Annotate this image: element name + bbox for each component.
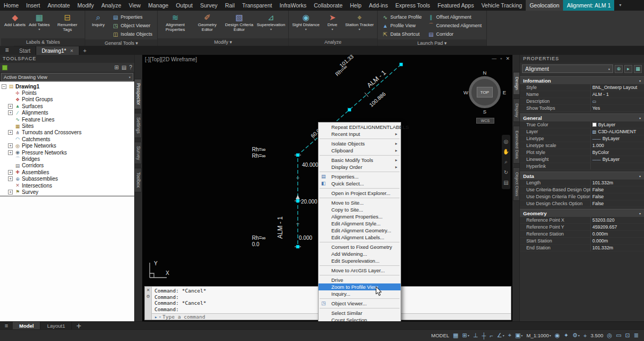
ribbon-button-add-labels[interactable]: ◆Add Labels [3, 12, 27, 38]
statusbar-item-infer-constraints-icon[interactable]: ⊥ [473, 332, 478, 339]
tree-item-subassemblies[interactable]: +⊕Subassemblies [8, 175, 134, 182]
select-objects-icon[interactable]: ▸ [624, 65, 632, 73]
property-value[interactable]: ALM - 1 [590, 91, 644, 98]
menu-tab-insert[interactable]: Insert [22, 0, 44, 11]
tree-item-assemblies[interactable]: +✚Assemblies [8, 169, 134, 175]
ribbon-button-profile-view[interactable]: ▲Profile View [380, 21, 424, 30]
showmotion-icon[interactable]: ▤ [503, 180, 508, 185]
tree-item-survey[interactable]: +⚑Survey [8, 189, 134, 195]
property-value[interactable]: False [590, 186, 644, 193]
menu-tab-add-ins[interactable]: Add-ins [365, 0, 392, 11]
property-value[interactable]: ByLayer [590, 121, 644, 128]
close-command-icon[interactable]: ✕ [146, 288, 150, 293]
ribbon-button-design-criteria-editor[interactable]: ▧Design Criteria Editor [223, 12, 255, 38]
statusbar-item-grid-icon[interactable]: ▦ [453, 332, 458, 339]
orbit-icon[interactable]: ↻ [504, 169, 508, 175]
restore-window-icon[interactable]: ▫ [500, 56, 502, 61]
doc-tab-start[interactable]: Start [14, 46, 36, 55]
menu-tab-view[interactable]: View [125, 0, 145, 11]
statusbar-item-dynamic-input-icon[interactable]: ┼ [482, 332, 486, 339]
context-menu-item-copy-to-site[interactable]: Copy to Site... [319, 206, 401, 213]
doc-tab-drawing1[interactable]: Drawing1*✕ [36, 46, 79, 55]
context-menu-item-open-in-project-explorer[interactable]: Open in Project Explorer... [319, 190, 401, 197]
property-value[interactable]: False [590, 193, 644, 200]
property-value[interactable]: ▧C3D-ALIGNMENT [590, 128, 644, 135]
viewport-controls-label[interactable]: [-][Top][2D Wireframe] [145, 56, 197, 62]
close-tab-icon[interactable]: ✕ [70, 48, 74, 53]
statusbar-item-model-space-label[interactable]: MODEL [431, 332, 450, 338]
context-menu-item-move-to-site[interactable]: Move to Site... [319, 199, 401, 206]
context-menu-item-display-order[interactable]: Display Order▸ [319, 164, 401, 170]
context-menu-item-drive[interactable]: Drive [319, 277, 401, 283]
section-header-data[interactable]: Data▾ [520, 172, 644, 180]
property-value[interactable] [590, 163, 644, 169]
section-header-general[interactable]: General▾ [520, 113, 644, 121]
ribbon-button-surface-profile[interactable]: ∿Surface Profile [380, 13, 424, 21]
context-menu-item-quick-select[interactable]: ◧Quick Select... [319, 180, 401, 187]
ribbon-group-label[interactable]: Modify ▾ [158, 38, 288, 46]
menu-tab-alignment-alm-1[interactable]: Alignment: ALM 1 [563, 0, 614, 11]
compass-north[interactable]: N [483, 70, 487, 76]
tree-item-turnouts-and-crossovers[interactable]: +⋔Turnouts and Crossovers [8, 129, 134, 136]
menu-tab-analyze[interactable]: Analyze [97, 0, 125, 11]
compass-top-face[interactable]: TOP [477, 87, 493, 98]
statusbar-item-ortho-icon[interactable]: ⌐ [490, 332, 493, 339]
ribbon-button-geometry-editor[interactable]: ✐Geometry Editor [191, 12, 223, 38]
ribbon-group-label[interactable]: Labels & Tables [1, 38, 85, 46]
tree-item-points[interactable]: ✛Points [8, 90, 134, 96]
navigation-wheel-icon[interactable]: ◎ [504, 139, 509, 144]
menu-tab-survey[interactable]: Survey [197, 0, 222, 11]
statusbar-item-autoscale-icon[interactable]: ✦ [564, 332, 568, 339]
ribbon-button-station-tracker[interactable]: ⌖Station Tracker▾ [344, 12, 376, 38]
context-menu-item-add-widening[interactable]: Add Widening... [319, 250, 401, 257]
expand-box-icon[interactable]: + [8, 170, 13, 175]
quick-select-icon[interactable]: ▦ [634, 65, 642, 73]
context-menu-item-alignment-properties[interactable]: Alignment Properties... [319, 213, 401, 220]
context-menu-item-recent-input[interactable]: Recent Input▸ [319, 131, 401, 137]
property-value[interactable]: ▭ [590, 98, 644, 104]
property-value[interactable]: Yes [590, 105, 644, 111]
ribbon-button-object-viewer[interactable]: ◳Object Viewer [110, 21, 154, 30]
context-menu-item-move-to-arcgis-layer[interactable]: Move to ArcGIS Layer... [319, 267, 401, 274]
tree-item-sites[interactable]: ▦Sites [8, 123, 134, 129]
toolspace-tab-prospector[interactable]: Prospector [135, 79, 142, 109]
compass-west[interactable]: W [463, 90, 468, 95]
statusbar-item-annotation-monitor-icon[interactable]: + [583, 332, 586, 339]
tree-item-point-groups[interactable]: ❖Point Groups [8, 96, 134, 103]
ribbon-button-isolate-objects[interactable]: ◫Isolate Objects [110, 30, 154, 38]
statusbar-item-object-snap-tracking-icon[interactable]: ⌖ [508, 332, 511, 339]
statusbar-item-customization-icon[interactable]: ≣ [634, 332, 639, 339]
property-value[interactable]: 101.332m [590, 180, 644, 186]
context-menu-item-count-selection[interactable]: Count Selection [319, 316, 401, 321]
context-menu-item-repeat-editalignmentlabels[interactable]: Repeat EDITALIGNMENTLABELS [319, 124, 401, 131]
toolspace-tab-settings[interactable]: Settings [135, 113, 142, 138]
collapse-box-icon[interactable]: − [2, 84, 6, 89]
toolspace-tab-survey[interactable]: Survey [135, 142, 142, 164]
ribbon-button-drive[interactable]: ➤Drive▾ [321, 12, 344, 38]
property-value[interactable]: 1.000 [590, 142, 644, 149]
view-compass[interactable]: N W E S TOP [462, 70, 507, 115]
panorama-icon[interactable]: ⊞ [115, 64, 119, 70]
menu-tab-annotate[interactable]: Annotate [44, 0, 74, 11]
context-menu-item-convert-to-fixed-geometry[interactable]: Convert to Fixed Geometry [319, 243, 401, 250]
statusbar-item-annotation-scale-label[interactable]: M_1:1000▾ [526, 332, 551, 338]
statusbar-item-default-scale-label[interactable]: 3.500 [591, 332, 604, 338]
ribbon-button-properties[interactable]: ▤Properties [110, 13, 154, 21]
compass-east[interactable]: E [503, 90, 506, 95]
ribbon-button-offset-alignment[interactable]: ∥Offset Alignment [426, 13, 484, 21]
context-menu-item-properties[interactable]: ▤Properties... [319, 173, 401, 180]
menu-tab-infraworks[interactable]: InfraWorks [276, 0, 311, 11]
ribbon-button-inquiry[interactable]: ⌕Inquiry [87, 12, 109, 39]
property-value[interactable]: False [590, 200, 644, 207]
viewport[interactable]: [-][Top][2D Wireframe] — ▫ ✕ [142, 55, 512, 321]
tree-item-pipe-networks[interactable]: +◎Pipe Networks [8, 143, 134, 149]
ucs-icon[interactable] [150, 263, 167, 278]
menu-tab-geolocation[interactable]: Geolocation [526, 0, 563, 11]
properties-tab-object-class[interactable]: Object Class [513, 167, 519, 201]
layout-tab-model[interactable]: Model [13, 322, 40, 329]
section-header-geometry[interactable]: Geometry▾ [520, 209, 644, 217]
properties-tab-design[interactable]: Design [513, 72, 519, 95]
compass-south[interactable]: S [483, 109, 486, 115]
property-value[interactable]: ——ByLayer [590, 135, 644, 142]
property-value[interactable]: 53203.020 [590, 217, 644, 223]
